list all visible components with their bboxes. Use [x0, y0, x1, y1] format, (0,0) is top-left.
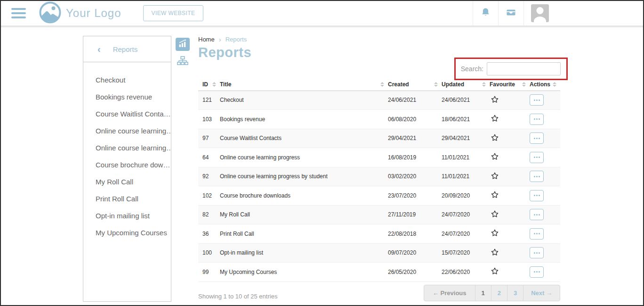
- sidebar-report-item[interactable]: Course Waitlist Conta…: [96, 106, 171, 123]
- favourite-toggle[interactable]: [491, 229, 499, 239]
- report-title-link[interactable]: Course brochure downloads: [220, 186, 388, 206]
- favourite-toggle[interactable]: [491, 248, 499, 258]
- sort-icon[interactable]: [482, 82, 486, 87]
- row-actions-button[interactable]: [530, 228, 544, 240]
- row-actions-button[interactable]: [530, 132, 544, 144]
- sidebar-back-header[interactable]: ‹ Reports: [83, 36, 171, 62]
- column-header-actions[interactable]: Actions: [530, 78, 560, 91]
- favourite-toggle[interactable]: [491, 172, 499, 182]
- breadcrumb-separator-icon: ›: [219, 35, 221, 43]
- report-id: 100: [198, 243, 220, 263]
- star-outline-icon: [491, 229, 499, 239]
- star-outline-icon: [491, 133, 499, 143]
- sort-icon[interactable]: [212, 82, 216, 87]
- favourite-toggle[interactable]: [491, 152, 499, 162]
- sidebar-report-item[interactable]: My Roll Call: [96, 174, 171, 190]
- search-input[interactable]: [487, 62, 561, 75]
- report-title-link[interactable]: Bookings revenue: [220, 110, 388, 129]
- breadcrumb-current: Reports: [225, 36, 247, 43]
- sort-icon[interactable]: [380, 82, 384, 87]
- favourite-toggle[interactable]: [491, 190, 499, 200]
- reports-sidebar: ‹ Reports CheckoutBookings revenueCourse…: [83, 36, 171, 302]
- report-updated-date: 11/01/2021: [442, 148, 490, 167]
- sidebar-report-list: CheckoutBookings revenueCourse Waitlist …: [83, 62, 171, 241]
- report-id: 99: [198, 263, 220, 282]
- favourite-toggle[interactable]: [491, 114, 499, 124]
- column-header-favourite[interactable]: Favourite: [490, 78, 530, 91]
- sort-icon[interactable]: [522, 82, 526, 87]
- sidebar-report-item[interactable]: My Upcoming Courses: [96, 224, 171, 241]
- notifications-button[interactable]: [473, 1, 498, 25]
- sort-icon[interactable]: [434, 82, 438, 87]
- sidebar-title: Reports: [113, 45, 138, 53]
- logo[interactable]: Your Logo: [39, 1, 121, 25]
- column-header-title[interactable]: Title: [220, 78, 388, 91]
- breadcrumb-home-link[interactable]: Home: [198, 36, 215, 43]
- report-title-link[interactable]: My Upcoming Courses: [220, 263, 388, 282]
- page-button-1[interactable]: 1: [475, 285, 491, 301]
- logo-image-icon: [39, 1, 61, 25]
- report-title-link[interactable]: Course Waitlist Contacts: [220, 129, 388, 148]
- report-title-link[interactable]: Online course learning progress: [220, 148, 388, 167]
- report-title-link[interactable]: Checkout: [220, 91, 388, 110]
- report-created-date: 23/07/2020: [388, 186, 442, 206]
- sidebar-report-item[interactable]: Opt-in mailing list: [96, 207, 171, 224]
- menu-icon[interactable]: [11, 8, 26, 18]
- report-updated-date: 15/07/2020: [442, 243, 490, 263]
- page-button-3[interactable]: 3: [507, 285, 523, 301]
- column-header-created[interactable]: Created: [388, 78, 442, 91]
- star-outline-icon: [491, 95, 499, 105]
- ellipsis-icon: [534, 99, 535, 101]
- report-id: 36: [198, 224, 220, 244]
- favourite-toggle[interactable]: [491, 95, 499, 105]
- row-actions-button[interactable]: [530, 171, 544, 182]
- ellipsis-icon: [534, 271, 535, 273]
- back-chevron-icon: ‹: [97, 44, 101, 54]
- ellipsis-icon: [534, 252, 535, 254]
- sidebar-report-item[interactable]: Course brochure dow…: [96, 157, 171, 174]
- row-actions-button[interactable]: [530, 190, 544, 201]
- row-actions-button[interactable]: [530, 266, 544, 278]
- inbox-button[interactable]: [498, 1, 523, 25]
- favourite-toggle[interactable]: [491, 133, 499, 143]
- row-actions-button[interactable]: [530, 94, 544, 106]
- report-id: 102: [198, 186, 220, 206]
- page-button-2[interactable]: 2: [491, 285, 507, 301]
- sidebar-report-item[interactable]: Bookings revenue: [96, 89, 171, 106]
- tab-reports-active[interactable]: [176, 38, 190, 51]
- bar-chart-trend-icon: [177, 38, 188, 50]
- report-title-link[interactable]: Online course learning progress by stude…: [220, 167, 388, 186]
- next-page-button[interactable]: Next →: [523, 285, 560, 301]
- report-title-link[interactable]: Print Roll Call: [220, 224, 388, 244]
- star-outline-icon: [491, 152, 499, 162]
- table-footer: Showing 1 to 10 of 25 entries ← Previous…: [198, 285, 560, 301]
- tab-sitemap[interactable]: [176, 55, 190, 68]
- report-row: 103 Bookings revenue 06/08/2020 18/06/20…: [198, 110, 560, 129]
- star-outline-icon: [491, 248, 499, 258]
- column-header-updated[interactable]: Updated: [442, 78, 490, 91]
- sidebar-report-item[interactable]: Print Roll Call: [96, 190, 171, 207]
- row-actions-button[interactable]: [530, 209, 544, 220]
- user-avatar[interactable]: [531, 4, 549, 22]
- report-created-date: 22/08/2018: [388, 224, 442, 244]
- search-label: Search:: [461, 65, 483, 73]
- sidebar-report-item[interactable]: Checkout: [96, 72, 171, 89]
- favourite-toggle[interactable]: [491, 267, 499, 277]
- report-title-link[interactable]: My Roll Call: [220, 205, 388, 224]
- row-actions-button[interactable]: [530, 152, 544, 163]
- sidebar-report-item[interactable]: Online course learning…: [96, 140, 171, 157]
- view-website-button[interactable]: VIEW WEBSITE: [143, 5, 204, 21]
- row-actions-button[interactable]: [530, 114, 544, 125]
- pagination: ← Previous 123 Next →: [424, 285, 560, 301]
- report-updated-date: 24/07/2020: [442, 224, 490, 244]
- report-title-link[interactable]: Opt-in mailing list: [220, 243, 388, 263]
- report-row: 121 Checkout 24/06/2021 24/06/2021: [198, 91, 560, 110]
- previous-page-button[interactable]: ← Previous: [424, 285, 475, 301]
- app-window: Your Logo VIEW WEBSITE: [0, 0, 644, 306]
- ellipsis-icon: [534, 176, 535, 177]
- sort-icon[interactable]: [553, 82, 556, 87]
- column-header-id[interactable]: ID: [198, 78, 220, 91]
- favourite-toggle[interactable]: [491, 210, 499, 220]
- row-actions-button[interactable]: [530, 247, 544, 258]
- sidebar-report-item[interactable]: Online course learning…: [96, 123, 171, 140]
